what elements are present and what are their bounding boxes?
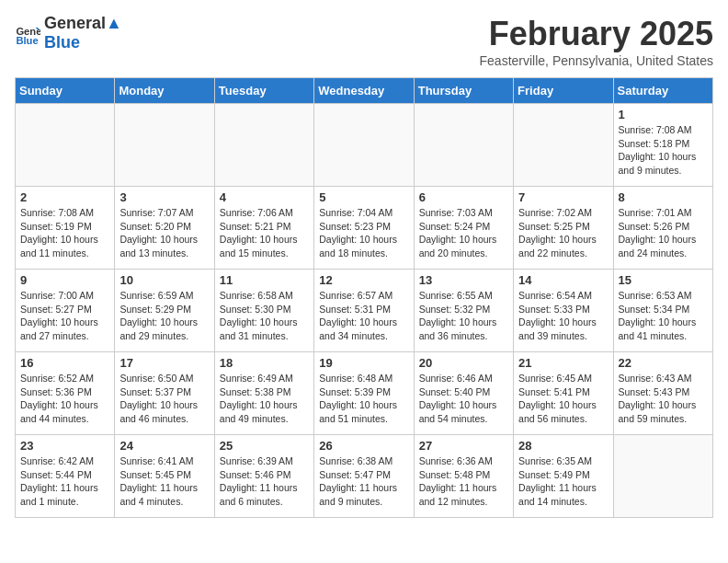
day-cell: 5Sunrise: 7:04 AM Sunset: 5:23 PM Daylig… xyxy=(314,187,414,270)
day-number: 13 xyxy=(419,273,508,287)
day-number: 23 xyxy=(20,439,109,453)
day-info: Sunrise: 6:49 AM Sunset: 5:38 PM Dayligh… xyxy=(220,372,309,426)
day-cell xyxy=(613,435,712,518)
day-cell: 1Sunrise: 7:08 AM Sunset: 5:18 PM Daylig… xyxy=(613,104,712,187)
day-info: Sunrise: 6:53 AM Sunset: 5:34 PM Dayligh… xyxy=(619,289,708,343)
weekday-header-wednesday: Wednesday xyxy=(314,78,414,104)
day-info: Sunrise: 7:00 AM Sunset: 5:27 PM Dayligh… xyxy=(20,289,109,343)
day-cell: 22Sunrise: 6:43 AM Sunset: 5:43 PM Dayli… xyxy=(613,352,712,435)
day-cell: 3Sunrise: 7:07 AM Sunset: 5:20 PM Daylig… xyxy=(115,187,214,270)
day-cell: 4Sunrise: 7:06 AM Sunset: 5:21 PM Daylig… xyxy=(214,187,313,270)
day-number: 19 xyxy=(319,356,408,370)
day-number: 12 xyxy=(319,273,408,287)
logo-blue-accent: ▲ xyxy=(106,14,122,32)
day-cell: 10Sunrise: 6:59 AM Sunset: 5:29 PM Dayli… xyxy=(115,270,214,352)
day-number: 4 xyxy=(220,190,309,204)
weekday-header-thursday: Thursday xyxy=(414,78,513,104)
week-row-5: 23Sunrise: 6:42 AM Sunset: 5:44 PM Dayli… xyxy=(16,435,713,518)
week-row-1: 1Sunrise: 7:08 AM Sunset: 5:18 PM Daylig… xyxy=(16,104,713,187)
day-info: Sunrise: 6:41 AM Sunset: 5:45 PM Dayligh… xyxy=(119,454,209,509)
day-number: 15 xyxy=(619,273,708,287)
day-info: Sunrise: 7:07 AM Sunset: 5:20 PM Dayligh… xyxy=(119,206,209,260)
day-info: Sunrise: 6:36 AM Sunset: 5:48 PM Dayligh… xyxy=(419,454,508,509)
week-row-2: 2Sunrise: 7:08 AM Sunset: 5:19 PM Daylig… xyxy=(16,187,713,270)
day-cell: 26Sunrise: 6:38 AM Sunset: 5:47 PM Dayli… xyxy=(314,435,414,518)
day-number: 11 xyxy=(220,273,309,287)
day-cell: 7Sunrise: 7:02 AM Sunset: 5:25 PM Daylig… xyxy=(514,187,613,270)
logo-icon: General Blue xyxy=(15,21,40,47)
week-row-3: 9Sunrise: 7:00 AM Sunset: 5:27 PM Daylig… xyxy=(16,270,713,352)
day-info: Sunrise: 7:08 AM Sunset: 5:19 PM Dayligh… xyxy=(20,206,109,260)
day-number: 27 xyxy=(419,439,508,453)
day-info: Sunrise: 6:45 AM Sunset: 5:41 PM Dayligh… xyxy=(518,372,608,426)
day-cell: 20Sunrise: 6:46 AM Sunset: 5:40 PM Dayli… xyxy=(414,352,513,435)
day-cell: 21Sunrise: 6:45 AM Sunset: 5:41 PM Dayli… xyxy=(514,352,613,435)
day-info: Sunrise: 6:58 AM Sunset: 5:30 PM Dayligh… xyxy=(220,289,309,343)
calendar-table: SundayMondayTuesdayWednesdayThursdayFrid… xyxy=(15,77,713,518)
day-cell: 17Sunrise: 6:50 AM Sunset: 5:37 PM Dayli… xyxy=(115,352,214,435)
day-cell: 18Sunrise: 6:49 AM Sunset: 5:38 PM Dayli… xyxy=(214,352,313,435)
month-title: February 2025 xyxy=(480,15,713,53)
day-cell: 6Sunrise: 7:03 AM Sunset: 5:24 PM Daylig… xyxy=(414,187,513,270)
weekday-header-tuesday: Tuesday xyxy=(214,78,313,104)
day-info: Sunrise: 6:55 AM Sunset: 5:32 PM Dayligh… xyxy=(419,289,508,343)
day-number: 20 xyxy=(419,356,508,370)
day-info: Sunrise: 6:46 AM Sunset: 5:40 PM Dayligh… xyxy=(419,372,508,426)
day-cell: 8Sunrise: 7:01 AM Sunset: 5:26 PM Daylig… xyxy=(613,187,712,270)
day-info: Sunrise: 7:04 AM Sunset: 5:23 PM Dayligh… xyxy=(319,206,408,260)
logo-blue-text: Blue xyxy=(44,33,122,53)
day-number: 21 xyxy=(518,356,608,370)
day-cell: 23Sunrise: 6:42 AM Sunset: 5:44 PM Dayli… xyxy=(16,435,115,518)
day-cell: 24Sunrise: 6:41 AM Sunset: 5:45 PM Dayli… xyxy=(115,435,214,518)
day-cell xyxy=(314,104,414,187)
day-info: Sunrise: 7:03 AM Sunset: 5:24 PM Dayligh… xyxy=(419,206,508,260)
page-header: General Blue General▲ Blue February 2025… xyxy=(15,15,713,68)
weekday-header-friday: Friday xyxy=(514,78,613,104)
day-cell: 2Sunrise: 7:08 AM Sunset: 5:19 PM Daylig… xyxy=(16,187,115,270)
day-info: Sunrise: 7:08 AM Sunset: 5:18 PM Dayligh… xyxy=(619,123,708,178)
day-number: 14 xyxy=(518,273,608,287)
day-number: 7 xyxy=(518,190,608,204)
day-number: 3 xyxy=(119,190,209,204)
day-number: 22 xyxy=(619,356,708,370)
day-cell: 25Sunrise: 6:39 AM Sunset: 5:46 PM Dayli… xyxy=(214,435,313,518)
day-info: Sunrise: 6:39 AM Sunset: 5:46 PM Dayligh… xyxy=(220,454,309,509)
weekday-header-saturday: Saturday xyxy=(613,78,712,104)
day-number: 24 xyxy=(119,439,209,453)
day-info: Sunrise: 6:35 AM Sunset: 5:49 PM Dayligh… xyxy=(518,454,608,509)
day-number: 8 xyxy=(619,190,708,204)
day-info: Sunrise: 6:54 AM Sunset: 5:33 PM Dayligh… xyxy=(518,289,608,343)
logo-general-text: General▲ xyxy=(44,15,122,33)
day-number: 28 xyxy=(518,439,608,453)
day-number: 5 xyxy=(319,190,408,204)
title-block: February 2025 Feasterville, Pennsylvania… xyxy=(480,15,713,68)
location-subtitle: Feasterville, Pennsylvania, United State… xyxy=(480,53,713,68)
day-info: Sunrise: 6:48 AM Sunset: 5:39 PM Dayligh… xyxy=(319,372,408,426)
day-cell: 15Sunrise: 6:53 AM Sunset: 5:34 PM Dayli… xyxy=(613,270,712,352)
week-row-4: 16Sunrise: 6:52 AM Sunset: 5:36 PM Dayli… xyxy=(16,352,713,435)
day-info: Sunrise: 7:01 AM Sunset: 5:26 PM Dayligh… xyxy=(619,206,708,260)
day-info: Sunrise: 6:52 AM Sunset: 5:36 PM Dayligh… xyxy=(20,372,109,426)
day-cell: 27Sunrise: 6:36 AM Sunset: 5:48 PM Dayli… xyxy=(414,435,513,518)
day-cell xyxy=(16,104,115,187)
day-cell: 19Sunrise: 6:48 AM Sunset: 5:39 PM Dayli… xyxy=(314,352,414,435)
day-info: Sunrise: 6:42 AM Sunset: 5:44 PM Dayligh… xyxy=(20,454,109,509)
svg-text:Blue: Blue xyxy=(16,35,38,46)
day-number: 16 xyxy=(20,356,109,370)
day-number: 6 xyxy=(419,190,508,204)
day-cell: 28Sunrise: 6:35 AM Sunset: 5:49 PM Dayli… xyxy=(514,435,613,518)
day-info: Sunrise: 6:50 AM Sunset: 5:37 PM Dayligh… xyxy=(119,372,209,426)
day-info: Sunrise: 6:43 AM Sunset: 5:43 PM Dayligh… xyxy=(619,372,708,426)
weekday-header-row: SundayMondayTuesdayWednesdayThursdayFrid… xyxy=(16,78,713,104)
day-info: Sunrise: 6:38 AM Sunset: 5:47 PM Dayligh… xyxy=(319,454,408,509)
day-cell: 14Sunrise: 6:54 AM Sunset: 5:33 PM Dayli… xyxy=(514,270,613,352)
day-number: 1 xyxy=(619,108,708,121)
day-number: 17 xyxy=(119,356,209,370)
day-cell xyxy=(214,104,313,187)
day-number: 9 xyxy=(20,273,109,287)
day-info: Sunrise: 7:06 AM Sunset: 5:21 PM Dayligh… xyxy=(220,206,309,260)
day-info: Sunrise: 7:02 AM Sunset: 5:25 PM Dayligh… xyxy=(518,206,608,260)
day-info: Sunrise: 6:57 AM Sunset: 5:31 PM Dayligh… xyxy=(319,289,408,343)
day-cell: 13Sunrise: 6:55 AM Sunset: 5:32 PM Dayli… xyxy=(414,270,513,352)
day-number: 26 xyxy=(319,439,408,453)
